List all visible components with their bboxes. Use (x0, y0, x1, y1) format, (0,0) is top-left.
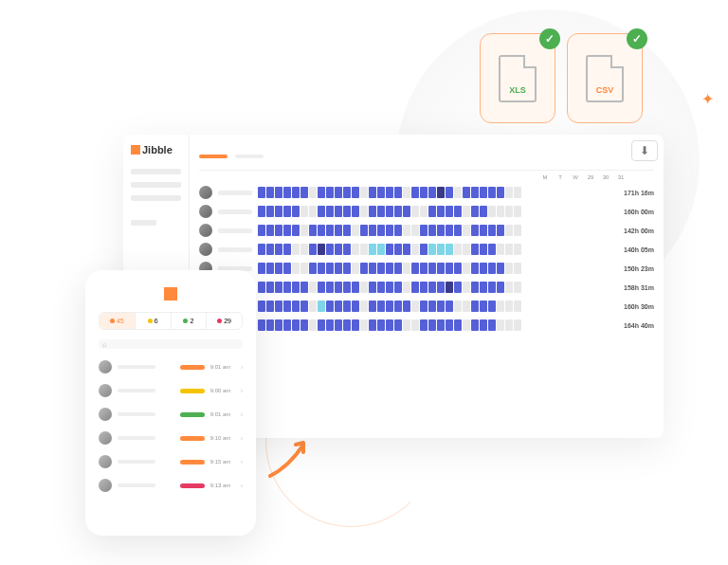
timeline-cell (326, 244, 334, 255)
nav-item[interactable] (131, 169, 181, 174)
timeline-row[interactable]: 158h 31m (199, 281, 654, 294)
phone-tab[interactable]: 2 (172, 313, 208, 329)
timeline-cell (403, 282, 410, 293)
timeline-row[interactable]: 142h 00m (199, 224, 654, 237)
timeline-row[interactable]: 140h 05m (199, 243, 654, 256)
timeline-cell (411, 206, 419, 217)
nav-item[interactable] (131, 182, 181, 188)
timeline-cell (377, 225, 385, 236)
timeline-cell (446, 263, 453, 274)
timeline-cell (437, 263, 445, 274)
timeline-cell (471, 301, 479, 312)
search-input[interactable] (99, 339, 243, 349)
phone-list-item[interactable]: 9:15 am› (99, 453, 243, 470)
phone-list-item[interactable]: 9:10 am› (99, 429, 243, 447)
phone-tab[interactable]: 45 (100, 313, 136, 329)
timeline-cells (258, 263, 609, 274)
timeline-cell (326, 187, 334, 198)
timeline-cell (454, 225, 462, 236)
timeline-cell (480, 319, 487, 331)
timeline-cell (463, 301, 470, 312)
timeline-cell (411, 263, 419, 274)
timeline-cell (300, 263, 308, 274)
timeline-cell (386, 244, 393, 255)
chevron-right-icon: › (241, 364, 243, 371)
phone-list-item[interactable]: 9:13 am› (99, 477, 243, 494)
status-dot (183, 319, 188, 323)
timeline-cell (309, 187, 317, 198)
timeline-cells (258, 187, 609, 198)
phone-list-item[interactable]: 9:01 am› (99, 406, 243, 423)
tab[interactable] (235, 155, 264, 158)
timeline-cell (283, 319, 291, 331)
timeline-cells (258, 301, 609, 312)
timeline-cell (454, 319, 462, 331)
timeline-cell (437, 301, 445, 312)
timeline-cell (377, 319, 385, 331)
avatar (99, 479, 112, 492)
timeline-cell (292, 244, 300, 255)
timeline-cell (428, 187, 436, 198)
export-csv-card[interactable]: ✓ CSV (567, 33, 643, 123)
day-label: M (540, 174, 550, 180)
nav-item[interactable] (131, 220, 156, 226)
timeline-cell (437, 225, 445, 236)
timeline-cell (335, 187, 342, 198)
timeline-cell (420, 301, 428, 312)
file-csv-icon: CSV (586, 55, 624, 102)
timeline-cell (471, 263, 479, 274)
timeline-cell (411, 282, 419, 293)
timeline-cell (275, 244, 282, 255)
avatar (99, 455, 112, 468)
timeline-cell (394, 187, 402, 198)
timeline-cells (258, 244, 609, 255)
timeline-cell (514, 225, 521, 236)
timeline-cell (377, 263, 385, 274)
timeline-cells (258, 282, 609, 293)
timeline-row[interactable]: 160h 00m (199, 205, 654, 218)
nav-item[interactable] (131, 195, 181, 201)
timeline-cell (275, 225, 282, 236)
timeline-cell (360, 244, 368, 255)
timeline-cell (343, 187, 351, 198)
timeline-cell (300, 282, 308, 293)
timeline-cell (420, 187, 428, 198)
export-xls-card[interactable]: ✓ XLS (480, 33, 555, 123)
phone-tab[interactable]: 29 (207, 313, 242, 329)
timeline-cell (497, 301, 504, 312)
timeline-row[interactable]: 171h 16m (199, 186, 654, 199)
timeline-cell (352, 225, 359, 236)
phone-list-item[interactable]: 9:00 am› (99, 382, 243, 399)
timeline-cell (258, 263, 265, 274)
timeline-cell (309, 206, 317, 217)
timeline-cell (283, 225, 291, 236)
timeline-cell (437, 187, 445, 198)
timeline-cell (318, 244, 325, 255)
timeline-cell (471, 187, 479, 198)
arrow-icon (265, 433, 313, 484)
time-label: 9:01 am (210, 411, 235, 417)
phone-list-item[interactable]: 9:01 am› (99, 358, 243, 375)
timeline-row[interactable]: 160h 30m (199, 300, 654, 313)
timeline-row[interactable]: 150h 23m (199, 262, 654, 275)
phone-tab[interactable]: 6 (136, 313, 172, 329)
timeline-row[interactable]: 164h 40m (199, 319, 654, 332)
timeline-cell (292, 206, 300, 217)
timeline-cell (471, 319, 479, 331)
timeline-cell (411, 301, 419, 312)
timeline-cell (428, 206, 436, 217)
timeline-cell (480, 244, 487, 255)
download-button[interactable]: ⬇ (631, 140, 658, 161)
name-placeholder (118, 436, 174, 440)
timeline-cells (258, 206, 609, 217)
tab-active[interactable] (199, 155, 228, 158)
timeline-cell (505, 319, 513, 331)
timeline-cell (377, 282, 385, 293)
timeline-cell (300, 187, 308, 198)
timeline-cell (420, 319, 428, 331)
timeline-cell (266, 263, 274, 274)
timeline-cell (258, 206, 265, 217)
timeline-cell (335, 206, 342, 217)
timeline-cell (309, 301, 317, 312)
timeline-cell (420, 263, 428, 274)
